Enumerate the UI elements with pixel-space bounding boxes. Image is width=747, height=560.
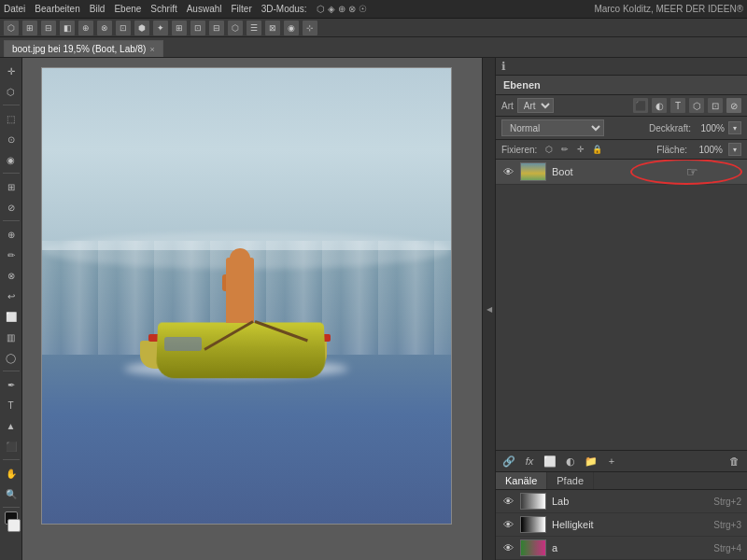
shape-filter-btn[interactable]: ⬡ bbox=[689, 98, 704, 113]
zoom-tool[interactable]: 🔍 bbox=[2, 484, 21, 503]
crop-tool[interactable]: ⊞ bbox=[2, 177, 21, 196]
tab-paths[interactable]: Pfade bbox=[547, 472, 594, 489]
lock-all-icon[interactable]: 🔒 bbox=[590, 143, 603, 156]
menu-item-image[interactable]: Bild bbox=[90, 4, 106, 14]
menu-item-type[interactable]: Schrift bbox=[150, 4, 176, 14]
person-body bbox=[226, 258, 254, 323]
pen-tool[interactable]: ✒ bbox=[2, 375, 21, 394]
lock-icons-group: ⬡ ✏ ✛ 🔒 bbox=[543, 143, 603, 156]
tab-label: boot.jpg bei 19,5% (Boot, Lab/8) bbox=[12, 44, 146, 54]
healing-tool[interactable]: ⊕ bbox=[2, 225, 21, 244]
toolbar-icon-10[interactable]: ⊞ bbox=[172, 21, 187, 35]
layer-visibility-eye[interactable]: 👁 bbox=[501, 165, 514, 178]
toolbar-icon-11[interactable]: ⊡ bbox=[190, 21, 205, 35]
3d-icon-5: ☉ bbox=[359, 4, 367, 14]
eraser-tool[interactable]: ⬜ bbox=[2, 307, 21, 326]
clone-tool[interactable]: ⊗ bbox=[2, 266, 21, 285]
toolbar-icon-6[interactable]: ⊗ bbox=[97, 21, 112, 35]
new-layer-btn[interactable]: + bbox=[604, 454, 619, 469]
channel-a-shortcut: Strg+4 bbox=[713, 543, 741, 553]
path-select[interactable]: ▲ bbox=[2, 416, 21, 435]
document-tab[interactable]: boot.jpg bei 19,5% (Boot, Lab/8) × bbox=[4, 40, 163, 57]
toolbar-divider-1 bbox=[3, 105, 20, 105]
type-filter-btn[interactable]: T bbox=[670, 98, 685, 113]
artboard-tool[interactable]: ⬡ bbox=[2, 82, 21, 101]
toolbar-divider-6 bbox=[3, 507, 20, 508]
move-tool[interactable]: ✛ bbox=[2, 62, 21, 80]
menu-item-3d[interactable]: 3D-Modus: bbox=[261, 4, 307, 14]
channel-item-lab[interactable]: 👁 Lab Strg+2 bbox=[496, 490, 747, 513]
history-brush[interactable]: ↩ bbox=[2, 287, 21, 305]
cursor-hand-icon: ☞ bbox=[686, 164, 698, 179]
menu-item-select[interactable]: Auswahl bbox=[187, 4, 222, 14]
channel-a-eye[interactable]: 👁 bbox=[501, 541, 514, 554]
toolbar-icon-14[interactable]: ☰ bbox=[247, 21, 261, 35]
3d-icon-2: ◈ bbox=[328, 4, 335, 14]
3d-icon-4: ⊗ bbox=[348, 4, 356, 14]
pixel-filter-btn[interactable]: ⬛ bbox=[633, 98, 648, 113]
type-tool[interactable]: T bbox=[2, 396, 21, 414]
lock-position-icon[interactable]: ✛ bbox=[574, 143, 587, 156]
toolbar-icon-7[interactable]: ⊡ bbox=[116, 21, 131, 35]
smart-filter-btn[interactable]: ⊡ bbox=[708, 98, 723, 113]
opacity-dropdown[interactable]: ▾ bbox=[728, 121, 741, 134]
toolbar-icon-8[interactable]: ⬢ bbox=[134, 21, 149, 35]
channel-a-thumb bbox=[520, 539, 546, 556]
background-color[interactable] bbox=[7, 519, 21, 532]
filter-toggle-btn[interactable]: ⊘ bbox=[726, 98, 741, 113]
info-icon[interactable]: ℹ bbox=[501, 60, 506, 73]
toolbar-icon-16[interactable]: ◉ bbox=[284, 21, 299, 35]
gradient-tool[interactable]: ▥ bbox=[2, 328, 21, 346]
tab-close-button[interactable]: × bbox=[149, 45, 154, 54]
adjustment-layer-btn[interactable]: ◐ bbox=[563, 454, 578, 469]
lasso-tool[interactable]: ⊙ bbox=[2, 130, 21, 148]
opacity-value: 100% bbox=[695, 123, 725, 133]
add-mask-btn[interactable]: ⬜ bbox=[543, 454, 557, 469]
fill-dropdown[interactable]: ▾ bbox=[728, 143, 741, 156]
lock-pixels-icon[interactable]: ✏ bbox=[558, 143, 571, 156]
channel-hell-shortcut: Strg+3 bbox=[713, 520, 741, 530]
blend-mode-select[interactable]: Normal bbox=[501, 119, 604, 136]
channel-lab-thumb bbox=[520, 493, 546, 510]
lock-transparent-icon[interactable]: ⬡ bbox=[543, 143, 556, 156]
layer-item-boot[interactable]: 👁 Boot ☞ bbox=[496, 160, 747, 185]
toolbar-icon-12[interactable]: ⊟ bbox=[209, 21, 224, 35]
marquee-tool[interactable]: ⬚ bbox=[2, 109, 21, 128]
channel-hell-eye[interactable]: 👁 bbox=[501, 518, 514, 531]
layers-filter-toolbar: Art Art ⬛ ◐ T ⬡ ⊡ ⊘ bbox=[496, 95, 747, 117]
filter-type-select[interactable]: Art bbox=[517, 98, 554, 113]
eyedropper-tool[interactable]: ⊘ bbox=[2, 198, 21, 217]
tab-channels[interactable]: Kanäle bbox=[496, 472, 547, 489]
toolbar-icon-17[interactable]: ⊹ bbox=[303, 21, 317, 35]
menu-item-edit[interactable]: Bearbeiten bbox=[35, 4, 79, 14]
channel-item-a[interactable]: 👁 a Strg+4 bbox=[496, 537, 747, 560]
delete-layer-btn[interactable]: 🗑 bbox=[726, 454, 741, 469]
group-layers-btn[interactable]: 📁 bbox=[584, 454, 599, 469]
toolbar-divider-5 bbox=[3, 459, 20, 460]
menu-item-filter[interactable]: Filter bbox=[232, 4, 252, 14]
menu-item-layer[interactable]: Ebene bbox=[114, 4, 141, 14]
toolbar-icon-4[interactable]: ◧ bbox=[60, 21, 75, 35]
layers-panel-title: Ebenen bbox=[496, 76, 747, 95]
dodge-tool[interactable]: ◯ bbox=[2, 348, 21, 367]
toolbar-icon-3[interactable]: ⊟ bbox=[41, 21, 56, 35]
menu-item-file[interactable]: Datei bbox=[4, 4, 25, 14]
toolbar-icon-1[interactable]: ⬡ bbox=[4, 21, 19, 35]
panel-collapse-arrow[interactable]: ◀ bbox=[482, 58, 495, 560]
shape-tool[interactable]: ⬛ bbox=[2, 437, 21, 455]
toolbar-icon-9[interactable]: ✦ bbox=[153, 21, 168, 35]
toolbar-icon-2[interactable]: ⊞ bbox=[22, 21, 37, 35]
quick-select-tool[interactable]: ◉ bbox=[2, 150, 21, 169]
toolbar-icon-15[interactable]: ⊠ bbox=[265, 21, 280, 35]
channel-item-helligkeit[interactable]: 👁 Helligkeit Strg+3 bbox=[496, 513, 747, 537]
fx-btn[interactable]: fx bbox=[522, 454, 537, 469]
menu-bar: Datei Bearbeiten Bild Ebene Schrift Ausw… bbox=[0, 0, 747, 19]
link-layers-btn[interactable]: 🔗 bbox=[501, 454, 516, 469]
toolbar-icon-13[interactable]: ⬡ bbox=[228, 21, 243, 35]
channel-lab-eye[interactable]: 👁 bbox=[501, 495, 514, 508]
hand-tool[interactable]: ✋ bbox=[2, 464, 21, 483]
adjustment-filter-btn[interactable]: ◐ bbox=[652, 98, 667, 113]
right-panel-wrapper: ◀ ℹ Ebenen Art Art ⬛ ◐ T ⬡ ⊡ bbox=[482, 58, 747, 560]
toolbar-icon-5[interactable]: ⊕ bbox=[78, 21, 93, 35]
brush-tool[interactable]: ✏ bbox=[2, 245, 21, 264]
